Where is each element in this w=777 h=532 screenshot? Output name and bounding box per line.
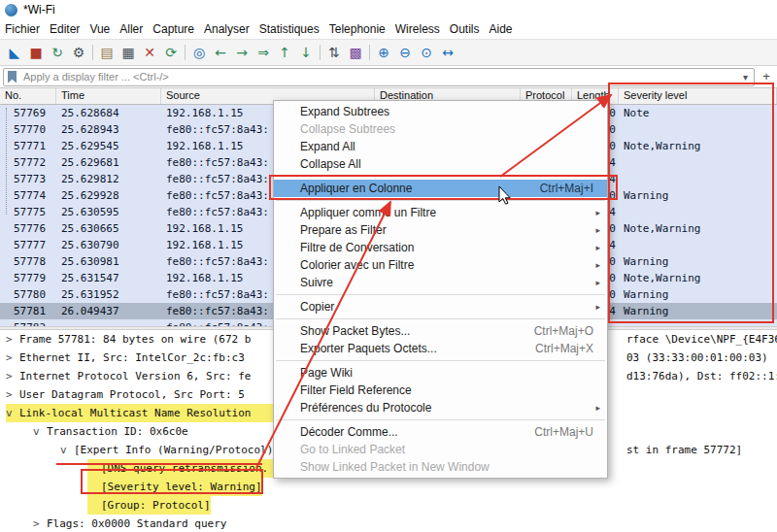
detail-line-content: >Ethernet II, Src: IntelCor_2c:fb:c3 — [6, 349, 245, 367]
menubar-item-telephonie[interactable]: Telephonie — [324, 20, 390, 38]
context-menu-item-appliquer-en-colonne[interactable]: Appliquer en ColonneCtrl+Maj+I — [274, 180, 607, 197]
context-menu-item-copier[interactable]: Copier▸ — [274, 298, 607, 316]
go-back-icon[interactable]: ← — [210, 43, 231, 62]
filter-add-button[interactable]: + — [759, 69, 774, 84]
menubar-item-vue[interactable]: Vue — [84, 20, 115, 38]
column-header-no[interactable]: No. — [0, 88, 56, 104]
zoom-in-icon[interactable]: ⊕ — [373, 43, 394, 62]
context-menu-item-filtre-de-conversation[interactable]: Filtre de Conversation▸ — [274, 239, 607, 256]
context-menu-item-d-coder-comme[interactable]: Décoder Comme...Ctrl+Maj+U — [274, 423, 607, 441]
packet-cell: 25.630981 — [56, 253, 161, 270]
context-menu-item-collapse-all[interactable]: Collapse All — [274, 155, 607, 173]
packet-cell: 57776 — [0, 220, 56, 237]
go-to-packet-icon[interactable]: ⇒ — [253, 43, 274, 62]
context-menu-item-show-packet-bytes[interactable]: Show Packet Bytes...Ctrl+Maj+O — [274, 322, 607, 340]
menubar-item-capture[interactable]: Capture — [148, 20, 199, 38]
toolbar-separator — [92, 45, 93, 60]
menu-item-label: Collapse Subtrees — [300, 122, 395, 136]
detail-line-content: >Frame 57781: 84 bytes on wire (672 b — [6, 330, 251, 349]
menu-item-label: Page Wiki — [300, 366, 353, 380]
auto-scroll-icon[interactable]: ⇅ — [323, 43, 345, 62]
packet-cell: 25.629812 — [56, 171, 161, 187]
first-packet-icon[interactable]: ↑ — [274, 43, 295, 62]
detail-text: [DNS query retransmission. C — [101, 462, 281, 475]
context-menu-item-expand-all[interactable]: Expand All — [274, 138, 607, 155]
menubar-item-editer[interactable]: Editer — [45, 20, 84, 38]
column-header-time[interactable]: Time — [56, 88, 161, 104]
menubar-item-aide[interactable]: Aide — [485, 20, 518, 38]
context-menu-item-pr-f-rences-du-protocole[interactable]: Préférences du Protocole▸ — [274, 399, 607, 416]
expand-icon[interactable]: > — [6, 367, 19, 385]
detail-text-continuation: 03 (33:33:00:01:00:03) — [626, 349, 768, 367]
packet-cell — [619, 171, 777, 187]
packet-cell: 25.628943 — [56, 121, 161, 138]
find-packet-icon[interactable]: ◎ — [188, 43, 210, 62]
detail-line[interactable]: [Group: Protocol] — [0, 496, 777, 515]
packet-cell — [619, 204, 777, 220]
detail-text: [Severity level: Warning] — [101, 481, 262, 493]
collapse-icon[interactable]: v — [6, 404, 19, 422]
context-menu-item-colorier-avec-un-filtre[interactable]: Colorier avec un Filtre▸ — [274, 256, 607, 274]
capture-options-icon[interactable]: ⚙ — [68, 43, 89, 62]
wireshark-window: *Wi-Fi FichierEditerVueAllerCaptureAnaly… — [0, 0, 777, 532]
expand-icon[interactable]: > — [6, 349, 19, 367]
packet-cell: 25.631547 — [56, 270, 161, 286]
restart-capture-icon[interactable]: ↻ — [47, 43, 68, 62]
expand-icon[interactable]: > — [33, 515, 47, 532]
zoom-out-icon[interactable]: ⊖ — [394, 43, 416, 62]
go-forward-icon[interactable]: → — [231, 43, 253, 62]
close-file-icon[interactable]: ✕ — [139, 43, 160, 62]
resize-columns-icon[interactable]: ↔ — [437, 43, 458, 62]
menu-bar: FichierEditerVueAllerCaptureAnalyserStat… — [0, 19, 777, 39]
filter-bookmark-icon[interactable] — [8, 71, 17, 83]
packet-cell: Warning — [619, 286, 777, 303]
menubar-item-fichier[interactable]: Fichier — [0, 20, 45, 38]
menu-item-shortcut: Ctrl+Maj+U — [534, 423, 593, 441]
menubar-item-wireless[interactable]: Wireless — [390, 20, 445, 38]
menubar-item-statistiques[interactable]: Statistiques — [254, 20, 324, 38]
last-packet-icon[interactable]: ↓ — [295, 43, 317, 62]
packet-cell: Note,Warning — [619, 270, 777, 286]
collapse-icon[interactable]: v — [33, 422, 47, 441]
detail-line-content: >Internet Protocol Version 6, Src: fe — [6, 367, 251, 385]
stop-capture-icon[interactable]: ■ — [25, 43, 47, 62]
context-menu-item-suivre[interactable]: Suivre▸ — [274, 274, 607, 291]
start-capture-icon[interactable]: ◣ — [4, 43, 25, 62]
context-menu-item-filter-field-reference[interactable]: Filter Field Reference — [274, 382, 607, 399]
expand-icon[interactable]: > — [6, 330, 19, 349]
column-header-severity-level[interactable]: Severity level — [619, 88, 777, 104]
context-menu-item-exporter-paquets-octets[interactable]: Exporter Paquets Octets...Ctrl+Maj+X — [274, 340, 607, 357]
reload-file-icon[interactable]: ⟳ — [160, 43, 182, 62]
context-menu-item-page-wiki[interactable]: Page Wiki — [274, 364, 607, 382]
detail-text: Flags: 0x0000 Standard query — [47, 517, 226, 530]
toolbar-separator — [320, 45, 321, 60]
packet-cell: Note,Warning — [619, 220, 777, 237]
filter-dropdown-icon[interactable]: ▾ — [737, 72, 754, 83]
detail-line[interactable]: >Flags: 0x0000 Standard query — [0, 515, 777, 532]
detail-line[interactable]: [Severity level: Warning] — [0, 478, 777, 496]
menubar-item-aller[interactable]: Aller — [115, 20, 148, 38]
menu-separator — [276, 176, 605, 177]
display-filter-input[interactable]: Apply a display filter ... <Ctrl-/> ▾ — [3, 68, 755, 86]
save-file-icon[interactable]: ▦ — [118, 43, 139, 62]
packet-cell: 25.630665 — [56, 220, 161, 237]
detail-line-content: [Severity level: Warning] — [87, 478, 262, 496]
submenu-arrow-icon: ▸ — [595, 204, 600, 221]
submenu-arrow-icon: ▸ — [595, 256, 600, 274]
expand-icon[interactable]: > — [6, 385, 19, 404]
context-menu-item-appliquer-comme-un-filtre[interactable]: Appliquer comme un Filtre▸ — [274, 204, 607, 221]
context-menu-item-expand-subtrees[interactable]: Expand Subtrees — [274, 103, 607, 120]
open-file-icon[interactable]: ▤ — [96, 43, 118, 62]
menubar-item-outils[interactable]: Outils — [445, 20, 485, 38]
menubar-item-analyser[interactable]: Analyser — [199, 20, 254, 38]
collapse-icon[interactable]: v — [60, 441, 74, 459]
packet-cell: 57780 — [0, 286, 56, 303]
context-menu-item-prepare-as-filter[interactable]: Prepare as Filter▸ — [274, 221, 607, 239]
packet-cell — [619, 237, 777, 253]
zoom-original-icon[interactable]: ⊙ — [416, 43, 437, 62]
menu-separator — [276, 294, 605, 295]
detail-text-continuation: d13:76da), Dst: ff02::1:3 (ff02: — [626, 367, 777, 385]
colorize-icon[interactable]: ▩ — [345, 43, 366, 62]
menu-item-label: Filter Field Reference — [300, 383, 412, 397]
packet-cell: Note — [619, 105, 777, 121]
